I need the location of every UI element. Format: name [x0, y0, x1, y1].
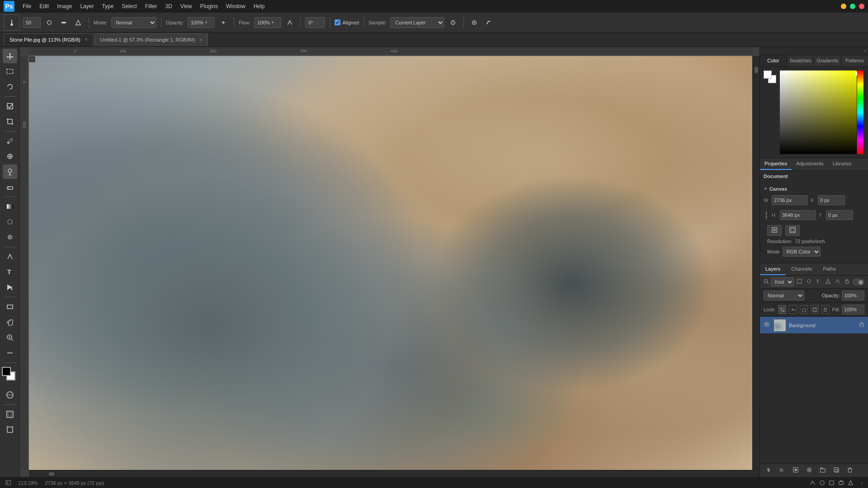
blur-tool[interactable]	[3, 215, 17, 229]
menu-filter[interactable]: Filter	[142, 1, 161, 11]
sample-option[interactable]	[447, 17, 459, 28]
canvas-section-header[interactable]: ▼ Canvas	[764, 186, 864, 192]
collapse-arrows-icon[interactable]: »	[863, 48, 866, 53]
pen-tool[interactable]	[3, 249, 17, 264]
sample-select[interactable]: Current Layer	[390, 17, 444, 28]
layer-filter-type[interactable]: T	[815, 277, 822, 286]
fg-color-swatch[interactable]	[764, 70, 772, 79]
lock-image-btn[interactable]	[789, 305, 797, 314]
zoom-tool[interactable]	[3, 330, 17, 345]
layer-filter-lock[interactable]	[843, 277, 851, 286]
opacity-layer-input[interactable]	[842, 291, 864, 300]
menu-layer[interactable]: Layer	[76, 1, 97, 11]
angle-input[interactable]: 0°	[305, 17, 325, 28]
extra-tool-1[interactable]	[468, 17, 480, 28]
opacity-toggle[interactable]	[217, 17, 229, 28]
tool-brush-icon[interactable]	[4, 14, 20, 31]
lock-position-btn[interactable]	[800, 305, 808, 314]
tab-swatches[interactable]: Swatches	[787, 55, 814, 66]
hand-tool[interactable]	[3, 315, 17, 329]
menu-view[interactable]: View	[177, 1, 196, 11]
menu-image[interactable]: Image	[53, 1, 75, 11]
add-mask-btn[interactable]	[791, 466, 801, 475]
delete-layer-btn[interactable]	[845, 466, 855, 475]
menu-edit[interactable]: Edit	[36, 1, 52, 11]
tab-gradients[interactable]: Gradients	[814, 55, 841, 66]
close-button[interactable]	[859, 4, 864, 9]
vertical-scrollbar[interactable]	[752, 56, 760, 470]
canvas-y-input[interactable]	[826, 210, 853, 220]
canvas-x-input[interactable]	[818, 195, 845, 205]
horizontal-scrollbar[interactable]	[29, 470, 752, 477]
tab-layers[interactable]: Layers	[760, 263, 786, 275]
tool-option-2[interactable]	[72, 17, 84, 28]
layer-kind-select[interactable]: Kind	[771, 277, 794, 286]
eyedropper-tool[interactable]	[3, 134, 17, 148]
tab-color[interactable]: Color	[760, 55, 787, 66]
new-layer-btn[interactable]	[831, 466, 841, 475]
close-tab-stone[interactable]: ×	[85, 37, 88, 42]
menu-select[interactable]: Select	[118, 1, 140, 11]
fill-input[interactable]	[842, 305, 864, 314]
more-tools[interactable]	[3, 346, 17, 360]
lock-all-btn[interactable]	[821, 305, 830, 314]
tab-patterns[interactable]: Patterns	[841, 55, 868, 66]
flow-toggle[interactable]	[284, 17, 296, 28]
quick-mask-toggle[interactable]	[3, 388, 17, 402]
layer-filter-toggle[interactable]	[853, 279, 864, 285]
canvas-content[interactable]	[29, 56, 752, 470]
lock-transparent-btn[interactable]	[778, 305, 786, 314]
link-dimensions-icon[interactable]	[764, 208, 769, 222]
tab-channels[interactable]: Channels	[786, 263, 817, 275]
layer-background[interactable]: Background	[760, 317, 868, 334]
color-gradient-picker[interactable]	[780, 70, 863, 154]
frame-tool[interactable]	[3, 407, 17, 422]
canvas-width-input[interactable]	[772, 195, 808, 205]
status-progress-arrow[interactable]: ›	[861, 480, 863, 486]
maximize-button[interactable]	[850, 4, 855, 9]
blend-mode-select[interactable]: Normal	[764, 291, 804, 300]
tab-stone-pile[interactable]: Stone Pile.jpg @ 113% (RGB/8) ×	[4, 33, 94, 46]
tab-libraries[interactable]: Libraries	[828, 158, 856, 170]
menu-3d[interactable]: 3D	[161, 1, 175, 11]
minimize-button[interactable]	[841, 4, 846, 9]
canvas-btn-2[interactable]	[785, 225, 800, 236]
clone-stamp-tool[interactable]	[3, 164, 17, 179]
aligned-checkbox[interactable]: Aligned	[335, 19, 359, 25]
layer-filter-adjust[interactable]	[805, 277, 813, 286]
marquee-tool[interactable]	[3, 64, 17, 79]
lasso-tool[interactable]	[3, 80, 17, 94]
eraser-tool[interactable]	[3, 180, 17, 194]
layer-filter-pixel[interactable]	[796, 277, 803, 286]
gradient-tool[interactable]	[3, 199, 17, 214]
rectangle-tool[interactable]	[3, 300, 17, 314]
brush-options-button[interactable]	[43, 17, 55, 28]
mode-select[interactable]: Normal	[111, 17, 156, 28]
type-tool[interactable]: T	[3, 265, 17, 279]
flow-input[interactable]: 100%	[254, 17, 281, 28]
menu-type[interactable]: Type	[98, 1, 117, 11]
document-section-header[interactable]: Document	[764, 174, 864, 179]
canvas-height-input[interactable]	[780, 210, 816, 220]
layer-style-btn[interactable]: fx	[777, 466, 787, 475]
close-tab-untitled[interactable]: ×	[199, 38, 202, 42]
menu-file[interactable]: File	[19, 1, 35, 11]
extra-tool-2[interactable]	[483, 17, 495, 28]
layer-filter-shape[interactable]	[824, 277, 832, 286]
dodge-tool[interactable]	[3, 230, 17, 244]
move-tool[interactable]	[3, 49, 17, 63]
foreground-color[interactable]	[2, 367, 11, 376]
menu-help[interactable]: Help	[250, 1, 269, 11]
canvas-area[interactable]: 0 100 200 300 400 0 100	[20, 47, 760, 477]
menu-window[interactable]: Window	[222, 1, 249, 11]
add-adjustment-btn[interactable]	[804, 466, 814, 475]
panel-collapse-left[interactable]: «	[29, 56, 35, 62]
canvas-btn-1[interactable]	[767, 225, 782, 236]
lock-artboard-btn[interactable]	[811, 305, 819, 314]
menu-plugins[interactable]: Plugins	[197, 1, 222, 11]
tab-adjustments[interactable]: Adjustments	[792, 158, 828, 170]
right-panel-collapse[interactable]: »	[760, 47, 868, 55]
layer-visibility-icon[interactable]	[764, 321, 771, 329]
crop-tool[interactable]	[3, 114, 17, 129]
hue-spectrum[interactable]	[857, 70, 863, 154]
